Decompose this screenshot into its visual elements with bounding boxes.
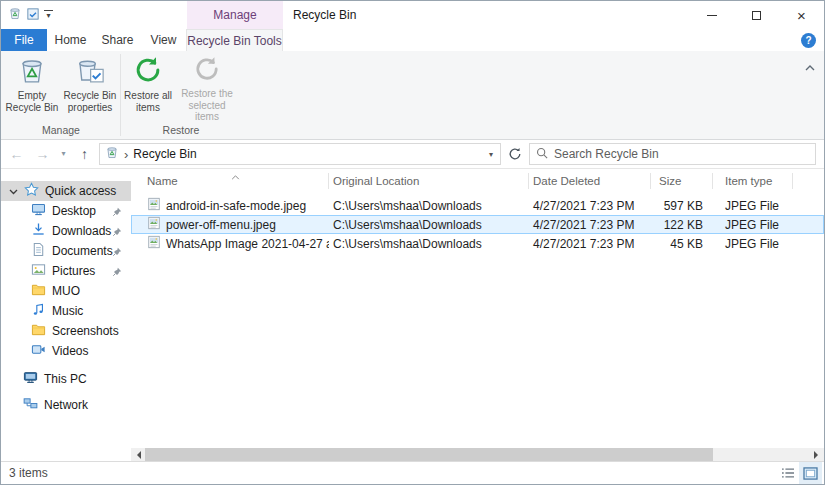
file-name: power-off-menu.jpeg: [166, 218, 276, 232]
refresh-icon: [508, 147, 522, 161]
group-label-restore: Restore: [122, 124, 240, 139]
restore-all-items-icon: [133, 55, 163, 88]
scroll-right-arrow[interactable]: [810, 448, 824, 461]
sidebar-item-muo[interactable]: MUO: [1, 281, 131, 301]
minimize-icon: [707, 15, 717, 16]
sidebar-item-music[interactable]: Music: [1, 301, 131, 321]
desktop-icon: [31, 202, 46, 220]
restore-all-items-button[interactable]: Restore all items: [122, 54, 174, 114]
title-bar: ▾ Manage Recycle Bin ×: [1, 1, 824, 29]
navigation-pane: Quick access Desktop Downloads Documents…: [1, 169, 131, 461]
ribbon: Empty Recycle Bin Recycle Bin properties…: [1, 51, 824, 140]
sidebar-item-pictures[interactable]: Pictures: [1, 261, 131, 281]
horizontal-scrollbar[interactable]: [131, 448, 824, 461]
status-bar: 3 items: [1, 461, 824, 484]
tab-recycle-bin-tools[interactable]: Recycle Bin Tools: [186, 29, 283, 51]
file-size: 122 KB: [651, 218, 713, 232]
pin-icon: [112, 206, 122, 220]
details-view-button[interactable]: [776, 462, 799, 484]
recycle-bin-properties-icon: [75, 55, 105, 88]
file-row-selected[interactable]: power-off-menu.jpeg C:\Users\mshaa\Downl…: [131, 215, 824, 234]
file-row[interactable]: android-in-safe-mode.jpeg C:\Users\mshaa…: [131, 196, 824, 215]
scroll-left-arrow[interactable]: [131, 448, 145, 461]
collapse-ribbon-button[interactable]: [805, 57, 815, 75]
sidebar-item-downloads[interactable]: Downloads: [1, 221, 131, 241]
forward-button[interactable]: →: [31, 143, 54, 166]
pin-icon: [112, 226, 122, 240]
sidebar-item-label: Documents: [52, 244, 113, 258]
sidebar-item-label: Videos: [52, 344, 88, 358]
tab-view[interactable]: View: [141, 29, 186, 51]
empty-recycle-bin-button[interactable]: Empty Recycle Bin: [3, 54, 61, 114]
recycle-bin-properties-button[interactable]: Recycle Bin properties: [61, 54, 119, 114]
sidebar-item-this-pc[interactable]: This PC: [1, 369, 131, 389]
customize-quick-access-toolbar-icon[interactable]: ▾: [44, 10, 53, 20]
restore-selected-items-label: Restore the selected items: [176, 88, 238, 123]
refresh-button[interactable]: [504, 143, 526, 165]
file-name: WhatsApp Image 2021-04-27 at 19....: [166, 237, 329, 251]
up-button[interactable]: ↑: [73, 143, 96, 166]
thumbnail-view-button[interactable]: [799, 462, 822, 484]
downloads-icon: [31, 222, 46, 240]
tab-home[interactable]: Home: [47, 29, 94, 51]
recent-locations-dropdown[interactable]: ▾: [57, 143, 70, 166]
sidebar-item-desktop[interactable]: Desktop: [1, 201, 131, 221]
minimize-button[interactable]: [689, 1, 734, 29]
explorer-window: ▾ Manage Recycle Bin × File Home Share V…: [0, 0, 825, 485]
video-icon: [31, 342, 46, 360]
back-button[interactable]: ←: [5, 143, 28, 166]
search-input[interactable]: [554, 147, 809, 161]
sidebar-item-label: Network: [44, 398, 88, 412]
file-item-type: JPEG File: [713, 199, 793, 213]
details-view-icon: [781, 467, 795, 479]
maximize-button[interactable]: [734, 1, 779, 29]
recycle-bin-app-icon[interactable]: [8, 6, 22, 24]
sidebar-item-network[interactable]: Network: [1, 395, 131, 415]
triangle-right-icon: [814, 451, 822, 459]
sidebar-item-label: Quick access: [45, 184, 116, 198]
jpeg-file-icon: [147, 197, 161, 214]
sort-ascending-icon: [231, 170, 240, 182]
properties-shortcut-icon[interactable]: [27, 6, 39, 24]
view-toggles: [776, 462, 822, 484]
forward-arrow-icon: →: [36, 147, 50, 161]
sidebar-item-label: Pictures: [52, 264, 95, 278]
column-header-name[interactable]: Name: [131, 173, 329, 189]
empty-recycle-bin-label: Empty Recycle Bin: [5, 90, 59, 114]
computer-icon: [23, 370, 38, 388]
sidebar-item-label: Music: [52, 304, 83, 318]
breadcrumb-chevron-icon: ›: [124, 148, 128, 161]
tab-file[interactable]: File: [1, 29, 47, 51]
column-header-size[interactable]: Size: [651, 173, 713, 189]
column-header-original-location[interactable]: Original Location: [329, 173, 529, 189]
sidebar-item-quick-access[interactable]: Quick access: [1, 181, 131, 201]
file-row[interactable]: WhatsApp Image 2021-04-27 at 19.... C:\U…: [131, 234, 824, 253]
sidebar-item-documents[interactable]: Documents: [1, 241, 131, 261]
quick-access-toolbar: ▾: [1, 6, 53, 24]
pictures-icon: [31, 262, 46, 280]
file-original-location: C:\Users\mshaa\Downloads: [329, 199, 529, 213]
sidebar-item-label: This PC: [44, 372, 87, 386]
tab-share[interactable]: Share: [94, 29, 141, 51]
thumbnail-view-icon: [803, 467, 818, 480]
close-button[interactable]: ×: [779, 1, 824, 29]
window-controls: ×: [689, 1, 824, 29]
restore-selected-items-button[interactable]: Restore the selected items: [174, 54, 240, 124]
scrollbar-track[interactable]: [145, 448, 810, 461]
column-header-date-deleted[interactable]: Date Deleted: [529, 173, 651, 189]
address-box[interactable]: › Recycle Bin ▾: [99, 143, 501, 165]
scrollbar-thumb[interactable]: [145, 448, 713, 461]
breadcrumb[interactable]: Recycle Bin: [133, 147, 196, 161]
contextual-tab-group-manage: Manage: [187, 1, 283, 29]
sidebar-item-label: Screenshots: [52, 324, 119, 338]
address-dropdown-icon[interactable]: ▾: [489, 150, 495, 159]
help-icon[interactable]: ?: [801, 33, 816, 48]
file-size: 597 KB: [651, 199, 713, 213]
column-header-item-type[interactable]: Item type: [713, 173, 793, 189]
chevron-expander-icon[interactable]: [9, 184, 18, 198]
sidebar-item-screenshots[interactable]: Screenshots: [1, 321, 131, 341]
file-item-type: JPEG File: [713, 218, 793, 232]
file-name: android-in-safe-mode.jpeg: [166, 199, 306, 213]
empty-recycle-bin-icon: [17, 55, 47, 88]
sidebar-item-videos[interactable]: Videos: [1, 341, 131, 361]
